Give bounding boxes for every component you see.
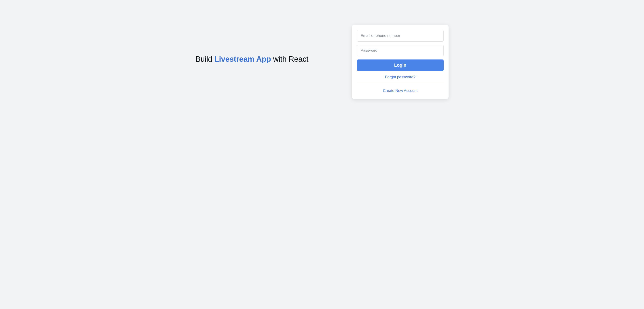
login-card: Login Forgot password? Create New Accoun… bbox=[352, 25, 448, 99]
create-account-link[interactable]: Create New Account bbox=[357, 88, 444, 94]
heading-highlight: Livestream App bbox=[214, 55, 271, 63]
headline-section: Build Livestream App with React bbox=[196, 25, 334, 64]
login-section: Login Forgot password? Create New Accoun… bbox=[352, 25, 448, 99]
divider bbox=[357, 84, 444, 84]
heading-suffix: with React bbox=[271, 55, 308, 63]
forgot-password-link[interactable]: Forgot password? bbox=[357, 75, 444, 79]
page-heading: Build Livestream App with React bbox=[196, 54, 334, 64]
heading-prefix: Build bbox=[196, 55, 214, 63]
login-button[interactable]: Login bbox=[357, 60, 444, 71]
page-container: Build Livestream App with React Login Fo… bbox=[166, 0, 478, 99]
password-input[interactable] bbox=[357, 45, 444, 56]
email-input[interactable] bbox=[357, 30, 444, 42]
